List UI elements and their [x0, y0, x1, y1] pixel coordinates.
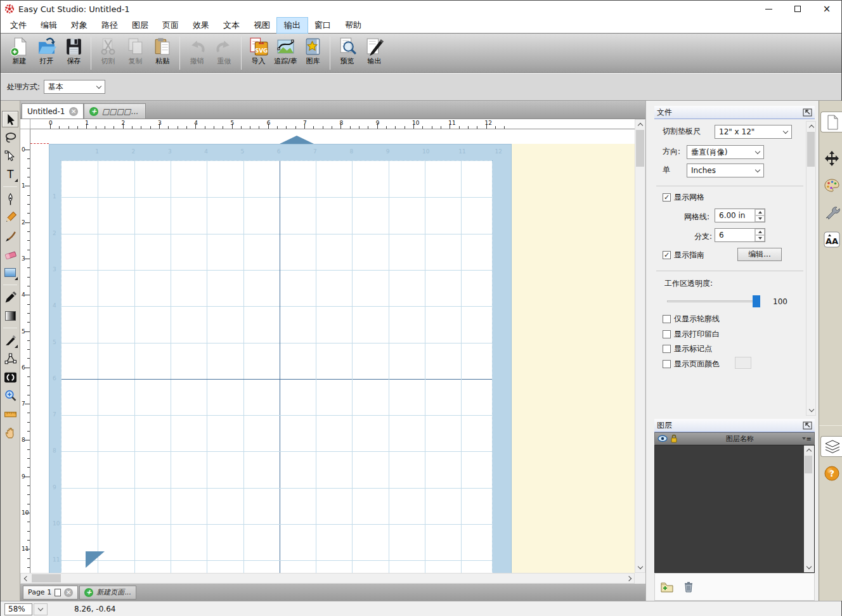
cutting-mat[interactable]: 1234567891011121234567891011 — [49, 144, 512, 573]
show-grid-row[interactable]: ✓ 显示网格 — [663, 192, 704, 203]
page-close-icon[interactable]: × — [64, 588, 73, 597]
menu-page[interactable]: 页面 — [155, 18, 186, 33]
import-button[interactable]: SVG 导入 — [245, 36, 272, 70]
layers-list[interactable] — [654, 445, 815, 573]
page-color-swatch[interactable] — [55, 589, 61, 596]
menu-help[interactable]: 帮助 — [338, 18, 368, 33]
zoom-tool[interactable] — [2, 387, 18, 404]
dock-tools-button[interactable] — [821, 202, 842, 223]
show-guides-checkbox[interactable]: ✓ — [663, 251, 671, 259]
canvas-content[interactable]: 1234567891011121234567891011 — [30, 129, 635, 573]
print-margin-row[interactable]: 显示打印留白 — [663, 329, 720, 340]
processing-mode-select[interactable]: 基本 — [44, 80, 105, 94]
mat-size-select[interactable]: 12" x 12" — [715, 125, 792, 139]
direct-select-tool[interactable] — [2, 148, 18, 164]
horizontal-scroll-thumb[interactable] — [32, 574, 61, 582]
dock-help-button[interactable]: ? — [821, 463, 842, 484]
layers-panel-header[interactable]: 图层 — [654, 419, 815, 432]
layers-scrollbar[interactable] — [804, 446, 814, 572]
scroll-right-button[interactable] — [625, 574, 634, 583]
menu-object[interactable]: 对象 — [64, 18, 94, 33]
scroll-down-button[interactable] — [806, 406, 816, 415]
minimize-button[interactable] — [754, 1, 783, 17]
delete-layer-trash-icon[interactable] — [682, 580, 696, 594]
document-tab-active[interactable]: Untitled-1 × — [22, 103, 84, 119]
spin-down-button[interactable] — [755, 235, 765, 241]
dock-font-button[interactable]: AA — [821, 229, 842, 250]
horizontal-scrollbar[interactable] — [20, 573, 635, 584]
menu-file[interactable]: 文件 — [3, 18, 34, 33]
unit-select[interactable]: Inches — [687, 164, 764, 177]
eyedropper-tool[interactable] — [2, 289, 18, 305]
redo-button[interactable]: 重做 — [210, 36, 238, 70]
outline-only-checkbox[interactable] — [663, 315, 671, 323]
popout-icon[interactable] — [803, 108, 812, 117]
dock-layers-button[interactable] — [820, 436, 842, 457]
paste-button[interactable]: 粘贴 — [149, 36, 176, 70]
text-tool[interactable]: T — [2, 166, 18, 183]
spinner-buttons[interactable] — [755, 209, 765, 222]
lock-icon[interactable] — [670, 434, 678, 443]
file-panel-scrollbar[interactable] — [806, 121, 816, 416]
menu-path[interactable]: 路径 — [94, 18, 125, 33]
preview-button[interactable]: 预览 — [334, 36, 361, 70]
subdivision-spinner[interactable]: 6 — [715, 228, 765, 242]
reg-marks-checkbox[interactable] — [663, 345, 671, 353]
dock-color-button[interactable] — [821, 175, 842, 196]
measure-tool[interactable] — [2, 406, 18, 422]
edit-nodes-tool[interactable] — [2, 350, 18, 367]
zoom-level-input[interactable]: 58% — [4, 603, 32, 615]
canvas-viewport[interactable]: 0123456789101112 01234567891011 12345678… — [20, 119, 645, 573]
knife-tool[interactable] — [2, 332, 18, 349]
workspace-opacity-slider[interactable] — [667, 295, 760, 307]
scroll-up-button[interactable] — [806, 122, 816, 131]
copy-button[interactable]: 复制 — [122, 36, 149, 70]
spin-up-button[interactable] — [755, 229, 765, 235]
menu-edit[interactable]: 编辑 — [34, 18, 64, 33]
menu-effects[interactable]: 效果 — [186, 18, 216, 33]
spin-down-button[interactable] — [755, 215, 765, 222]
menu-text[interactable]: 文本 — [216, 18, 247, 33]
scroll-left-button[interactable] — [21, 574, 30, 583]
new-page-tab[interactable]: + 新建页面... — [79, 586, 136, 600]
new-button[interactable]: 新建 — [6, 36, 33, 70]
spinner-buttons[interactable] — [755, 229, 765, 241]
add-layer-icon[interactable] — [660, 580, 674, 594]
trace-button[interactable]: 追踪/摹 — [272, 36, 299, 70]
maximize-button[interactable] — [783, 1, 812, 17]
visibility-eye-icon[interactable] — [657, 435, 668, 442]
menu-output[interactable]: 输出 — [277, 18, 308, 33]
new-document-tab[interactable]: + □□□□... — [84, 103, 146, 119]
output-button[interactable]: 输出 — [361, 36, 388, 70]
scroll-up-button[interactable] — [635, 120, 645, 129]
pen-tool[interactable] — [2, 191, 18, 207]
zoom-dropdown-button[interactable] — [34, 603, 48, 615]
file-panel-header[interactable]: 文件 — [654, 106, 815, 119]
scroll-thumb[interactable] — [807, 132, 815, 167]
edit-guides-button[interactable]: 编辑... — [737, 248, 782, 261]
page-color-row[interactable]: 显示页面颜色 — [663, 359, 720, 369]
save-button[interactable]: 保存 — [60, 36, 87, 70]
scroll-thumb[interactable] — [805, 456, 812, 473]
select-tool[interactable] — [2, 111, 18, 127]
layers-menu-icon[interactable]: ≡ — [802, 435, 812, 442]
tab-close-icon[interactable]: × — [69, 107, 78, 116]
vertical-scrollbar[interactable] — [635, 119, 645, 573]
lasso-tool[interactable] — [2, 129, 18, 146]
print-margin-checkbox[interactable] — [663, 330, 671, 338]
library-button[interactable]: 图库 — [299, 36, 327, 70]
undo-button[interactable]: 撤销 — [183, 36, 210, 70]
scroll-down-button[interactable] — [804, 563, 813, 572]
dock-transform-button[interactable] — [821, 148, 842, 169]
show-grid-checkbox[interactable]: ✓ — [663, 193, 671, 202]
gridline-spinner[interactable]: 6.00 in — [715, 209, 765, 222]
scroll-down-button[interactable] — [635, 563, 645, 572]
menu-layer[interactable]: 图层 — [125, 18, 155, 33]
contrast-tool[interactable] — [2, 369, 18, 385]
open-button[interactable]: 打开 — [33, 36, 60, 70]
shape-tool[interactable] — [2, 264, 18, 281]
close-button[interactable]: × — [812, 1, 841, 17]
menu-window[interactable]: 窗口 — [308, 18, 338, 33]
pan-tool[interactable] — [2, 424, 18, 440]
scroll-up-button[interactable] — [804, 446, 813, 455]
